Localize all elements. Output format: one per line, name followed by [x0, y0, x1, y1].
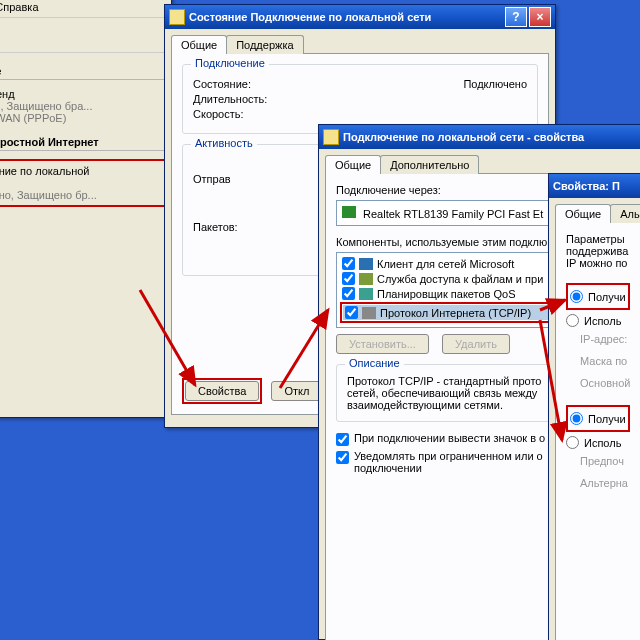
group-label: Описание — [345, 357, 404, 369]
menu-item-help[interactable]: Справка — [0, 1, 39, 13]
menu-bar: льно Справка — [0, 0, 171, 17]
checkbox-label: При подключении вывести значок в о — [354, 432, 545, 444]
connection-item-lan-highlight: дключение по локальной ти дключено, Защи… — [0, 159, 167, 207]
checkbox[interactable] — [336, 433, 349, 446]
component-label: Служба доступа к файлам и при — [377, 273, 543, 285]
titlebar: Состояние Подключение по локальной сети … — [165, 5, 555, 29]
item-device: нипорт WAN (PPPoE) — [0, 112, 165, 124]
titlebar: Свойства: П — [549, 174, 640, 198]
label-subnet: Маска по — [580, 355, 640, 367]
connection-item-lan[interactable]: дключение по локальной ти дключено, Защи… — [0, 165, 161, 201]
label-ip-address: IP-адрес: — [580, 333, 640, 345]
connection-item[interactable]: байл тренд ключено, Защищено бра... нипо… — [0, 88, 165, 124]
checkbox-label: Уведомлять при ограниченном или о подклю… — [354, 450, 543, 474]
radio-auto-ip[interactable]: Получи — [570, 290, 626, 303]
tabstrip: Общие Поддержка — [165, 29, 555, 54]
tcpip-properties-window: Свойства: П Общие Аль Параметры поддержи… — [548, 173, 640, 640]
radio[interactable] — [566, 436, 579, 449]
qos-icon — [359, 288, 373, 300]
nic-icon — [342, 206, 356, 218]
label-duration: Длительность: — [193, 93, 527, 105]
section-header-highspeed: сокоскоростной Интернет — [0, 136, 165, 148]
toolbar — [0, 17, 171, 53]
window-icon — [323, 129, 339, 145]
radio-use-ip[interactable]: Исполь — [566, 314, 640, 327]
divider — [0, 79, 165, 80]
close-button[interactable]: × — [529, 7, 551, 27]
item-status: ключено, Защищено бра... — [0, 100, 165, 112]
radio-label: Получи — [588, 291, 626, 303]
component-label: Планировщик пакетов QoS — [377, 288, 516, 300]
properties-button-highlight: Свойства — [182, 378, 262, 404]
radio[interactable] — [570, 290, 583, 303]
help-button[interactable]: ? — [505, 7, 527, 27]
tab-general[interactable]: Общие — [171, 35, 227, 54]
label-preferred-dns: Предпоч — [580, 455, 640, 467]
radio-label: Получи — [588, 413, 626, 425]
radio-label: Исполь — [584, 437, 621, 449]
window-icon — [169, 9, 185, 25]
share-icon — [359, 273, 373, 285]
tabstrip: Общие Дополнительно — [319, 149, 640, 174]
checkbox[interactable] — [345, 306, 358, 319]
window-title: Подключение по локальной сети - свойства — [343, 131, 584, 143]
divider — [0, 150, 165, 151]
radio-label: Исполь — [584, 315, 621, 327]
checkbox[interactable] — [342, 287, 355, 300]
checkbox[interactable] — [342, 257, 355, 270]
client-icon — [359, 258, 373, 270]
tab-alt[interactable]: Аль — [610, 204, 640, 223]
group-label: Подключение — [191, 57, 269, 69]
label-alt-dns: Альтерна — [580, 477, 640, 489]
radio-use-dns[interactable]: Исполь — [566, 436, 640, 449]
section-header: ростное — [0, 65, 165, 77]
network-connections-window: льно Справка ростное байл тренд ключено,… — [0, 0, 172, 418]
disable-button[interactable]: Откл — [271, 381, 322, 401]
install-button[interactable]: Установить... — [336, 334, 429, 354]
item-name: байл тренд — [0, 88, 165, 100]
header-text: Параметры поддержива IP можно по — [566, 233, 640, 269]
radio-auto-dns-highlight: Получи — [566, 405, 630, 432]
radio[interactable] — [570, 412, 583, 425]
tabstrip: Общие Аль — [549, 198, 640, 223]
label-state: Состояние: — [193, 78, 463, 90]
item-name-2: ти — [0, 177, 161, 189]
item-status: дключено, Защищено бр... — [0, 189, 161, 201]
tab-support[interactable]: Поддержка — [226, 35, 303, 54]
value-state: Подключено — [463, 78, 527, 90]
window-title: Свойства: П — [553, 180, 620, 192]
protocol-icon — [362, 307, 376, 319]
uninstall-button[interactable]: Удалить — [442, 334, 510, 354]
tab-general[interactable]: Общие — [555, 204, 611, 223]
item-name: дключение по локальной — [0, 165, 161, 177]
group-label: Активность — [191, 137, 257, 149]
component-label: Клиент для сетей Microsoft — [377, 258, 514, 270]
window-title: Состояние Подключение по локальной сети — [189, 11, 431, 23]
radio-auto-ip-highlight: Получи — [566, 283, 630, 310]
label-gateway: Основной — [580, 377, 640, 389]
component-label: Протокол Интернета (TCP/IP) — [380, 307, 531, 319]
tab-advanced[interactable]: Дополнительно — [380, 155, 479, 174]
radio[interactable] — [566, 314, 579, 327]
tab-general[interactable]: Общие — [325, 155, 381, 174]
titlebar: Подключение по локальной сети - свойства — [319, 125, 640, 149]
checkbox[interactable] — [336, 451, 349, 464]
label-speed: Скорость: — [193, 108, 527, 120]
checkbox[interactable] — [342, 272, 355, 285]
tab-body: Параметры поддержива IP можно по Получи … — [555, 222, 640, 640]
radio-auto-dns[interactable]: Получи — [570, 412, 626, 425]
adapter-name: Realtek RTL8139 Family PCI Fast Et — [363, 208, 543, 220]
properties-button[interactable]: Свойства — [185, 381, 259, 401]
